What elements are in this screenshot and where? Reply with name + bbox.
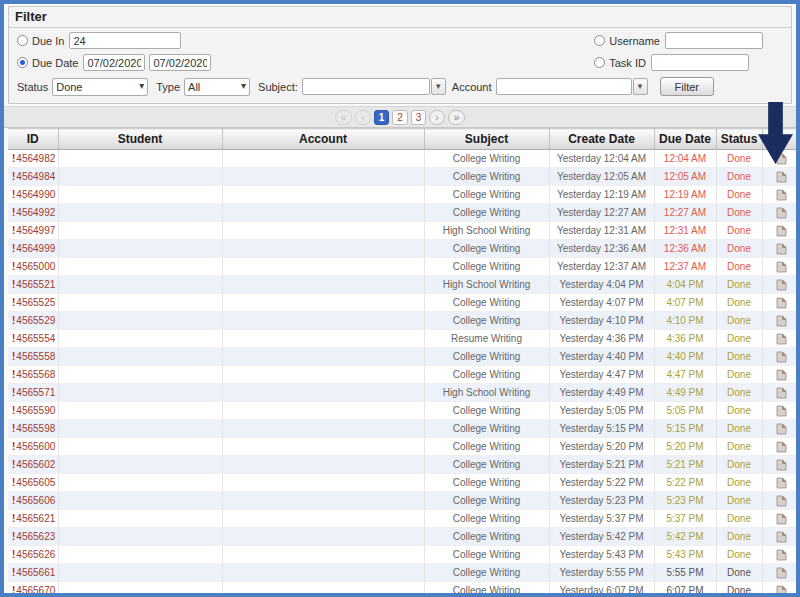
task-document-icon[interactable] [775,441,787,453]
task-document-icon[interactable] [775,333,787,345]
student-cell [58,186,222,204]
task-id-text[interactable]: 4565590 [16,405,55,416]
status-cell: Done [716,402,762,420]
due-date-radio[interactable] [17,57,28,68]
task-id-text[interactable]: 4565571 [16,387,55,398]
task-document-icon[interactable] [775,243,787,255]
task-document-icon[interactable] [775,495,787,507]
task-id-text[interactable]: 4565602 [16,459,55,470]
task-id-text[interactable]: 4565626 [16,549,55,560]
status-cell: Done [716,222,762,240]
status-cell: Done [716,510,762,528]
task-document-icon[interactable] [775,189,787,201]
task-id-text[interactable]: 4565525 [16,297,55,308]
task-document-icon[interactable] [775,585,787,597]
account-cell [222,546,424,564]
create-date-cell: Yesterday 5:42 PM [549,528,654,546]
pagination-page-1[interactable]: 1 [374,110,390,125]
due-in-radio[interactable] [17,35,28,46]
task-id-text[interactable]: 4564990 [16,189,55,200]
pagination-page-3[interactable]: 3 [411,110,427,125]
task-id-text[interactable]: 4565605 [16,477,55,488]
table-row: !4565590 College Writing Yesterday 5:05 … [8,402,800,420]
task-id-text[interactable]: 4565529 [16,315,55,326]
task-id-text[interactable]: 4565521 [16,279,55,290]
task-document-icon[interactable] [775,369,787,381]
id-cell: !4565525 [8,294,58,312]
task-id-text[interactable]: 4564997 [16,225,55,236]
account-input[interactable] [496,78,632,95]
task-document-icon[interactable] [775,567,787,579]
task-document-icon[interactable] [775,315,787,327]
filter-button[interactable]: Filter [660,77,714,96]
due-date-cell: 12:36 AM [654,240,716,258]
task-id-text[interactable]: 4565554 [16,333,55,344]
due-date-cell: 5:42 PM [654,528,716,546]
status-select[interactable]: Done [52,78,148,96]
task-document-icon[interactable] [775,387,787,399]
task-id-text[interactable]: 4565598 [16,423,55,434]
priority-exclamation-icon: ! [12,531,15,542]
task-id-text[interactable]: 4564982 [16,153,55,164]
account-cell [222,438,424,456]
pagination-first-button[interactable]: « [335,110,353,125]
task-id-text[interactable]: 4565568 [16,369,55,380]
task-id-text[interactable]: 4565558 [16,351,55,362]
username-radio[interactable] [594,35,605,46]
pagination-prev-button[interactable]: ‹ [355,110,370,125]
type-select[interactable]: All [184,78,250,96]
subject-cell: College Writing [424,420,549,438]
account-cell [222,240,424,258]
subject-input[interactable] [302,78,430,95]
pagination-next-button[interactable]: › [429,110,444,125]
task-document-icon[interactable] [775,423,787,435]
task-document-icon[interactable] [775,261,787,273]
priority-exclamation-icon: ! [12,369,15,380]
task-document-icon[interactable] [775,225,787,237]
task-document-icon[interactable] [775,549,787,561]
priority-exclamation-icon: ! [12,423,15,434]
subject-dropdown-arrow-icon[interactable]: ▼ [431,78,446,95]
pagination-last-button[interactable]: » [448,110,466,125]
task-id-text[interactable]: 4565670 [16,585,55,596]
task-id-input[interactable] [651,54,749,71]
type-label: Type [156,81,180,93]
status-cell: Done [716,528,762,546]
account-cell [222,222,424,240]
task-id-text[interactable]: 4565661 [16,567,55,578]
account-dropdown-arrow-icon[interactable]: ▼ [633,78,648,95]
task-id-text[interactable]: 4565000 [16,261,55,272]
task-id-text[interactable]: 4565621 [16,513,55,524]
status-cell: Done [716,582,762,597]
task-document-icon[interactable] [775,513,787,525]
create-date-cell: Yesterday 5:21 PM [549,456,654,474]
account-cell [222,528,424,546]
task-id-text[interactable]: 4564999 [16,243,55,254]
due-in-input[interactable] [69,32,181,49]
due-date-from-input[interactable] [83,54,145,71]
create-date-cell: Yesterday 5:37 PM [549,510,654,528]
task-id-text[interactable]: 4564992 [16,207,55,218]
due-date-cell: 4:10 PM [654,312,716,330]
pagination-page-2[interactable]: 2 [392,110,408,125]
task-id-radio[interactable] [594,57,605,68]
account-cell [222,168,424,186]
task-id-text[interactable]: 4565600 [16,441,55,452]
task-document-icon[interactable] [775,351,787,363]
task-document-icon[interactable] [775,405,787,417]
task-document-icon[interactable] [775,279,787,291]
task-id-text[interactable]: 4565623 [16,531,55,542]
task-document-icon[interactable] [775,207,787,219]
subject-cell: College Writing [424,492,549,510]
id-cell: !4565558 [8,348,58,366]
task-document-icon[interactable] [775,477,787,489]
task-document-icon[interactable] [775,459,787,471]
task-document-icon[interactable] [775,531,787,543]
username-input[interactable] [665,32,763,49]
task-id-text[interactable]: 4564984 [16,171,55,182]
task-document-icon[interactable] [775,171,787,183]
task-id-text[interactable]: 4565606 [16,495,55,506]
task-document-icon[interactable] [775,297,787,309]
due-date-to-input[interactable] [149,54,211,71]
table-row: !4565626 College Writing Yesterday 5:43 … [8,546,800,564]
